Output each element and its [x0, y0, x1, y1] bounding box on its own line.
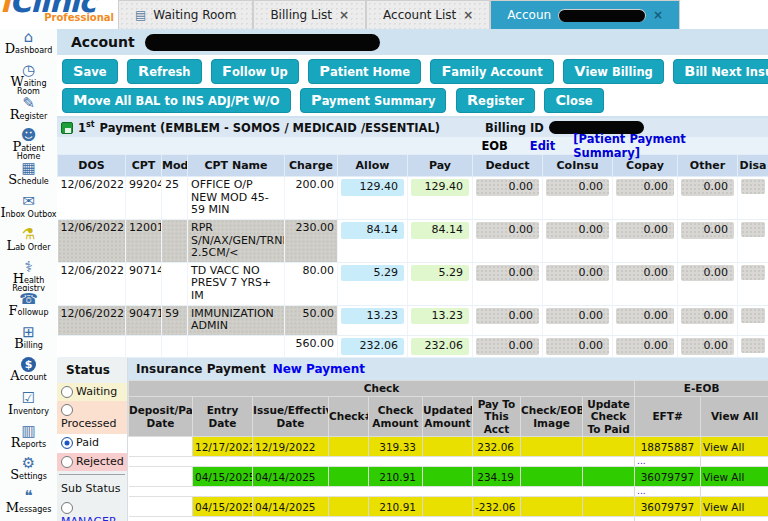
status-radio-waiting[interactable]: Waiting [57, 383, 127, 402]
radio-icon[interactable] [61, 386, 73, 398]
tab-label: Account List [383, 8, 456, 22]
radio-icon[interactable] [61, 404, 73, 416]
close-icon[interactable]: × [653, 8, 663, 22]
disallow-value[interactable] [741, 265, 765, 280]
sidebar-item-messages[interactable]: ❝Messages [0, 488, 57, 521]
copay-cell: 0.00 [613, 262, 678, 305]
pay-value[interactable]: 129.40 [411, 179, 469, 196]
tab-waiting-room[interactable]: ▤ Waiting Room [118, 0, 253, 29]
save-button[interactable]: Save [62, 59, 118, 84]
coinsu-value[interactable]: 0.00 [546, 265, 609, 282]
empty-cell [162, 336, 188, 358]
view-billing-button[interactable]: View Billing [563, 59, 664, 84]
status-radio-processed[interactable]: Processed [57, 401, 127, 434]
more-link[interactable]: ... [635, 487, 701, 497]
sidebar-item-register[interactable]: ✎Register [0, 95, 57, 128]
radio-label: Paid [76, 436, 99, 449]
insurance-payment-row[interactable]: 04/15/2025 04/14/2025 210.91 -232.06 360… [129, 497, 768, 517]
sidebar-item-schedule[interactable]: ▦Schedule [0, 160, 57, 193]
other-value[interactable]: 0.00 [681, 222, 734, 239]
gear-icon: ⚙ [0, 455, 57, 471]
close-icon[interactable]: × [339, 8, 349, 22]
allow-value[interactable]: 13.23 [341, 308, 404, 325]
insurance-payment-row[interactable]: 12/17/2022 12/19/2022 319.33 232.06 1887… [129, 437, 768, 457]
other-value[interactable]: 0.00 [681, 308, 734, 325]
deduct-value[interactable]: 0.00 [476, 179, 539, 196]
sidebar-item-health-registry[interactable]: ⚕Health Registry [0, 259, 57, 292]
sidebar-item-settings[interactable]: ⚙Settings [0, 455, 57, 488]
sidebar-item-dashboard[interactable]: ⌂Dashboard [0, 29, 57, 62]
payment-summary-button[interactable]: Payment Summary [300, 88, 446, 113]
view-all-link[interactable]: View All [701, 497, 768, 517]
other-value[interactable]: 0.00 [681, 265, 734, 282]
coinsu-value[interactable]: 0.00 [546, 179, 609, 196]
tab-billing-list[interactable]: Billing List × [253, 0, 366, 29]
deduct-value[interactable]: 0.00 [476, 265, 539, 282]
check-amount-cell: 210.91 [369, 497, 423, 517]
radio-icon[interactable] [61, 502, 73, 514]
disallow-value[interactable] [741, 179, 765, 194]
close-icon[interactable]: × [463, 8, 473, 22]
pay-value[interactable]: 5.29 [411, 265, 469, 282]
copay-value[interactable]: 0.00 [616, 308, 674, 325]
register-button[interactable]: Register [456, 88, 535, 113]
sidebar-item-account[interactable]: $Account [0, 357, 57, 390]
view-all-link[interactable]: View All [701, 467, 768, 487]
refresh-button[interactable]: Refresh [127, 59, 201, 84]
sidebar-item-billing[interactable]: ⊞Billing [0, 324, 57, 357]
pay-value[interactable]: 84.14 [411, 222, 469, 239]
edit-link[interactable]: Edit [530, 139, 556, 153]
sidebar-item-patient-home[interactable]: ☻Patient Home [0, 127, 57, 160]
tab-account-active[interactable]: Accoun × [490, 0, 680, 29]
coinsu-value[interactable]: 0.00 [546, 308, 609, 325]
substatus-radio-manager[interactable]: MANAGER [57, 499, 127, 521]
copay-value[interactable]: 0.00 [616, 179, 674, 196]
status-radio-paid[interactable]: Paid [57, 434, 127, 453]
col-view-all: View All [701, 396, 768, 437]
eft-cell: 36079797 [635, 497, 701, 517]
allow-value[interactable]: 129.40 [341, 179, 404, 196]
sidebar-item-inbox-outbox[interactable]: ✉Inbox Outbox [0, 193, 57, 226]
more-link[interactable]: ... [635, 517, 701, 521]
updated-amount-cell [423, 437, 473, 457]
move-all-bal-button[interactable]: Move All BAL to INS ADJ/Pt W/O [62, 88, 291, 113]
patient-home-button[interactable]: Patient Home [308, 59, 421, 84]
allow-value[interactable]: 5.29 [341, 265, 404, 282]
deduct-value[interactable]: 0.00 [476, 222, 539, 239]
total-pay: 232.06 [411, 338, 469, 355]
radio-icon[interactable] [61, 456, 73, 468]
patient-icon: ☻ [0, 127, 57, 143]
empty-cell [129, 517, 635, 521]
sidebar-item-inventory[interactable]: ☑Inventory [0, 390, 57, 423]
more-link[interactable]: ... [635, 457, 701, 467]
tab-account-list[interactable]: Account List × [366, 0, 490, 29]
coinsu-value[interactable]: 0.00 [546, 222, 609, 239]
total-coinsu: 0.00 [546, 338, 609, 355]
patient-payment-summary-link[interactable]: [Patient Payment Summary] [573, 132, 750, 160]
bar-chart-icon: ▥ [0, 423, 57, 439]
radio-selected-icon[interactable] [61, 437, 73, 449]
view-all-link[interactable]: View All [701, 437, 768, 457]
sidebar-item-reports[interactable]: ▥Reports [0, 423, 57, 456]
col-allow: Allow [338, 155, 408, 177]
sidebar-item-followup[interactable]: ☎Followup [0, 291, 57, 324]
allow-value[interactable]: 84.14 [341, 222, 404, 239]
allow-cell: 129.40 [338, 177, 408, 220]
status-radio-rejected[interactable]: Rejected [57, 453, 127, 472]
insurance-payment-row[interactable]: 04/15/2025 04/14/2025 210.91 234.19 3607… [129, 467, 768, 487]
copay-value[interactable]: 0.00 [616, 222, 674, 239]
close-button[interactable]: Close [544, 88, 603, 113]
new-insurance-payment-link[interactable]: New Payment [273, 362, 365, 376]
sidebar-item-waiting-room[interactable]: ◷Waiting Room [0, 62, 57, 95]
family-account-button[interactable]: Family Account [430, 59, 553, 84]
sidebar-item-lab-order[interactable]: ⚗Lab Order [0, 226, 57, 259]
copay-value[interactable]: 0.00 [616, 265, 674, 282]
follow-up-button[interactable]: Follow Up [211, 59, 299, 84]
deduct-value[interactable]: 0.00 [476, 308, 539, 325]
bill-next-insurance-button[interactable]: Bill Next Insurance [673, 59, 768, 84]
col-cpt-name: CPT Name [188, 155, 285, 177]
disallow-value[interactable] [741, 222, 765, 237]
other-value[interactable]: 0.00 [681, 179, 734, 196]
disallow-value[interactable] [741, 308, 765, 323]
pay-value[interactable]: 13.23 [411, 308, 469, 325]
